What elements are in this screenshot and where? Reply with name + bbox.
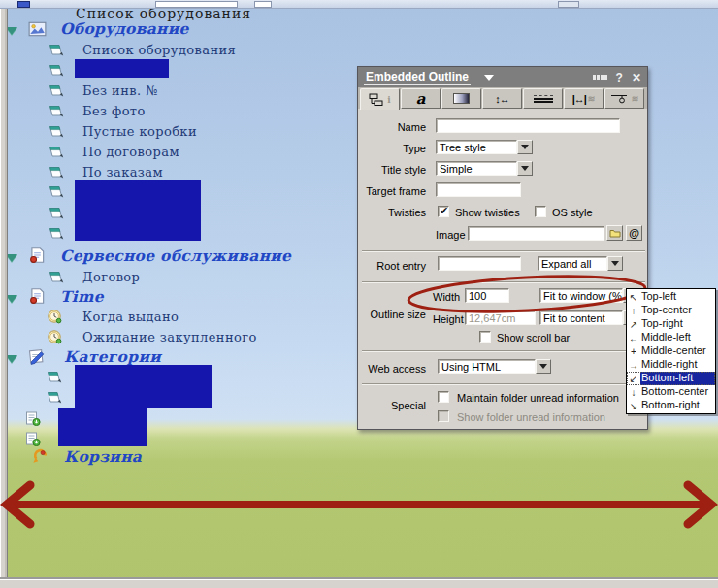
folder-icon [48,42,64,57]
dialog-tab-strip: i a ↕↔ |↔|≋ ≋ [358,87,647,109]
tree-category-time[interactable]: Time [60,287,104,305]
tree-category-service[interactable]: Сервесное обслуживание [60,246,291,264]
tab-border[interactable] [523,88,563,109]
outline-size-label: Outline size [362,309,426,320]
tree-item-equipment-list[interactable]: Список оборудования [82,41,236,58]
type-select[interactable]: Tree style [436,140,517,154]
show-scroll-bar-checkbox[interactable] [479,331,491,343]
toolbar-app-icon[interactable] [17,1,30,8]
tree-category-equipment[interactable]: Оборудование [60,19,189,37]
tree-item-empty-boxes[interactable]: Пустые коробки [82,122,197,140]
menu-item-top-right[interactable]: ↗Top-right [627,317,715,331]
image-formula-button[interactable]: @ [626,225,642,241]
redacted-block [75,365,212,408]
root-entry-dropdown-arrow[interactable] [607,256,623,271]
tab-font[interactable]: a [401,88,441,109]
folder-button-icon [609,228,621,238]
menu-item-top-left[interactable]: ↖Top-left [627,290,715,304]
equipment-category-icon [28,20,47,38]
tab-hide-when[interactable]: ≋ [604,88,644,109]
target-frame-label: Target frame [362,185,426,197]
tree-item-contract[interactable]: Договор [82,268,140,285]
categories-category-icon [27,347,46,365]
image-input[interactable] [468,226,604,241]
tree-item-by-contracts[interactable]: По договорам [82,143,180,160]
web-access-select[interactable]: Using HTML [438,359,536,374]
horizontal-scrollbar-track[interactable] [0,579,718,588]
title-style-dropdown-arrow[interactable] [517,161,533,176]
resize-arrows-icon: ↕↔ [495,93,509,105]
show-twisties-checkbox-label: Show twisties [455,207,520,218]
show-unread-label: Show folder unread information [457,411,605,423]
clock-icon [47,329,63,344]
help-button[interactable]: ? [616,71,623,84]
folder-icon [48,82,64,98]
twisties-label: Twisties [362,207,426,218]
menu-item-middle-right[interactable]: →Middle-right [627,358,715,372]
dialog-titlebar[interactable]: Embedded Outline ? ✕ [358,67,647,87]
collapse-icon[interactable] [593,75,607,80]
bottom-left-arrow-icon: ↙ [627,374,640,384]
maintain-unread-checkbox[interactable] [438,391,449,403]
folder-icon [48,62,64,78]
trash-icon [31,447,49,465]
image-browse-button[interactable] [606,225,623,241]
menu-item-bottom-left[interactable]: ↙Bottom-left [627,372,715,385]
pane-splitter[interactable] [0,0,8,588]
folder-icon [48,183,64,199]
top-left-arrow-icon: ↖ [627,292,640,303]
image-label: Image [436,229,466,241]
menu-item-middle-center[interactable]: +Middle-center [627,344,715,358]
width-mode-select[interactable]: Fit to window (%) [539,288,623,303]
root-entry-input[interactable] [438,256,521,271]
folder-icon [48,123,64,139]
menu-item-bottom-right[interactable]: ↘Bottom-right [627,399,715,412]
web-access-dropdown-arrow[interactable] [536,359,551,374]
middle-center-icon: + [627,346,640,357]
tree-category-trash[interactable]: Корзина [64,447,142,465]
height-label: Height [433,313,464,325]
tree-item-no-photo[interactable]: Без фото [82,102,146,119]
middle-left-arrow-icon: ← [627,333,640,343]
bottom-center-arrow-icon: ↓ [627,387,640,398]
toolbar-button-fragment[interactable] [558,1,579,8]
tree-item-awaiting-purchase[interactable]: Ожидание закупленного [82,328,257,345]
dialog-title: Embedded Outline [364,70,471,85]
title-style-select[interactable]: Simple [436,161,517,176]
menu-item-bottom-center[interactable]: ↓Bottom-center [627,385,715,399]
tree-item-when-issued[interactable]: Когда выдано [82,308,179,325]
menu-item-top-center[interactable]: ↑Top-center [627,304,715,317]
tab-margins[interactable]: |↔|≋ [564,88,604,109]
height-mode-select[interactable]: Fit to content [539,310,623,325]
title-style-label: Title style [362,164,426,176]
toolbar-combo-fragment[interactable] [155,1,238,8]
notes-designer-screen: Список оборудования Оборудование Список … [0,0,718,588]
close-button[interactable]: ✕ [632,71,641,84]
object-switch-chevron-icon[interactable] [484,75,494,81]
toolbar-fragment [0,0,718,9]
root-entry-label: Root entry [362,260,426,272]
target-frame-input[interactable] [436,182,521,197]
tab-size[interactable]: ↕↔ [482,88,522,109]
tree-item-no-inventory[interactable]: Без инв. № [82,82,158,99]
toolbar-button-fragment[interactable] [254,1,272,8]
special-label: Special [362,400,426,411]
tab-background[interactable] [441,88,481,109]
width-input[interactable]: 100 [465,288,509,303]
os-style-checkbox-label: OS style [552,207,593,218]
root-entry-mode-select[interactable]: Expand all [538,256,607,271]
type-dropdown-arrow[interactable] [517,140,533,154]
os-style-checkbox[interactable] [535,206,546,217]
tree-category-categories[interactable]: Категории [64,347,161,365]
name-input[interactable] [436,118,620,133]
folder-icon [48,205,64,220]
tab-outline-info[interactable]: i [360,88,400,110]
tree-item-by-orders[interactable]: По заказам [82,163,163,180]
bottom-right-arrow-icon: ↘ [627,401,640,411]
section-separator [362,281,645,283]
height-input[interactable]: 12,647cm [465,310,536,325]
show-twisties-checkbox[interactable] [438,206,449,217]
web-access-label: Web access [362,363,426,375]
font-icon: a [416,93,426,105]
menu-item-middle-left[interactable]: ←Middle-left [627,331,715,344]
